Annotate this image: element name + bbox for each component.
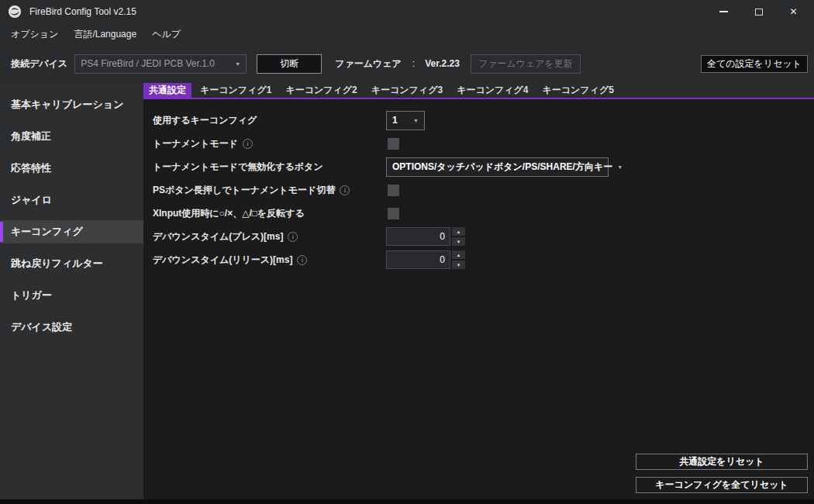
spinner-value[interactable]: 0: [386, 250, 450, 269]
spinner-down-button[interactable]: ▼: [452, 237, 465, 246]
tab-keyconfig-3[interactable]: キーコンフィグ3: [366, 83, 448, 98]
minimize-icon: [719, 11, 728, 12]
sidebar: 基本キャリブレーション 角度補正 応答特性 ジャイロ キーコンフィグ 跳ね戻りフ…: [0, 84, 143, 499]
field-label: トーナメントモード: [153, 137, 238, 150]
device-toolbar: 接続デバイス PS4 FireBird / JEDI PCB Ver.1.0 ▼…: [0, 45, 814, 82]
field-label: 使用するキーコンフィグ: [153, 114, 257, 127]
form-row-active-keyconfig: 使用するキーコンフィグ 1 ▼: [143, 109, 814, 132]
app-logo-icon: [8, 5, 22, 19]
form-row-xinput-swap: XInput使用時に○/×、△/□を反転する: [143, 202, 814, 225]
spinner-up-button[interactable]: ▲: [452, 227, 465, 236]
disconnect-button[interactable]: 切断: [257, 54, 322, 74]
field-label: トーナメントモードで無効化するボタン: [153, 161, 323, 174]
spinner-value[interactable]: 0: [386, 227, 450, 246]
maximize-icon: [755, 9, 763, 16]
minimize-button[interactable]: [706, 0, 741, 23]
form-row-disabled-buttons: トーナメントモードで無効化するボタン OPTIONS/タッチパッドボタン/PS/…: [143, 155, 814, 178]
firmware-version: Ver.2.23: [425, 58, 460, 69]
spinner-arrows: ▲ ▼: [452, 227, 465, 246]
window-bottom-edge: [0, 499, 814, 504]
selected-indicator: [0, 222, 3, 242]
close-icon: ✕: [789, 7, 797, 16]
reset-common-settings-button[interactable]: 共通設定をリセット: [636, 454, 808, 470]
sidebar-item-label: キーコンフィグ: [11, 226, 83, 237]
firmware-label: ファームウェア: [335, 57, 402, 71]
sidebar-item-angle-correction[interactable]: 角度補正: [0, 125, 143, 148]
spinner-up-button[interactable]: ▲: [452, 250, 465, 259]
device-label: 接続デバイス: [11, 57, 67, 71]
form-row-ps-longpress-toggle: PSボタン長押しでトーナメントモード切替 i: [143, 178, 814, 202]
chevron-down-icon: ▼: [617, 164, 623, 170]
tab-keyconfig-5[interactable]: キーコンフィグ5: [537, 83, 619, 98]
menu-options[interactable]: オプション: [11, 28, 58, 41]
firmware-colon: :: [412, 58, 415, 69]
active-keyconfig-select[interactable]: 1 ▼: [386, 111, 425, 130]
tab-strip: 共通設定 キーコンフィグ1 キーコンフィグ2 キーコンフィグ3 キーコンフィグ4…: [143, 83, 814, 98]
select-value: 1: [392, 115, 398, 126]
menu-help[interactable]: ヘルプ: [152, 28, 181, 41]
close-button[interactable]: ✕: [776, 0, 811, 23]
tournament-mode-checkbox[interactable]: [388, 138, 399, 150]
info-icon[interactable]: i: [288, 232, 298, 242]
tab-keyconfig-1[interactable]: キーコンフィグ1: [195, 83, 277, 98]
sidebar-item-device-settings[interactable]: デバイス設定: [0, 316, 143, 339]
sidebar-item-trigger[interactable]: トリガー: [0, 284, 143, 307]
tab-common-settings[interactable]: 共通設定: [143, 83, 191, 98]
settings-form: 使用するキーコンフィグ 1 ▼ トーナメントモード i トーナメントモードで無効…: [143, 109, 814, 271]
device-select-value: PS4 FireBird / JEDI PCB Ver.1.0: [81, 58, 215, 69]
sidebar-item-bounce-filter[interactable]: 跳ね戻りフィルター: [0, 252, 143, 275]
field-label: デバウンスタイム(プレス)[ms]: [153, 230, 283, 243]
field-label: PSボタン長押しでトーナメントモード切替: [153, 184, 335, 197]
title-bar: FireBird Config Tool v2.15 ✕: [0, 0, 814, 23]
debounce-press-spinner: 0 ▲ ▼: [386, 227, 465, 246]
tab-keyconfig-4[interactable]: キーコンフィグ4: [451, 83, 533, 98]
tab-keyconfig-2[interactable]: キーコンフィグ2: [280, 83, 362, 98]
window-title: FireBird Config Tool v2.15: [29, 6, 136, 17]
sidebar-item-basic-calibration[interactable]: 基本キャリブレーション: [0, 93, 143, 116]
debounce-release-spinner: 0 ▲ ▼: [386, 250, 465, 269]
info-icon[interactable]: i: [243, 139, 253, 149]
device-select[interactable]: PS4 FireBird / JEDI PCB Ver.1.0 ▼: [74, 54, 247, 74]
form-row-debounce-press: デバウンスタイム(プレス)[ms] i 0 ▲ ▼: [143, 225, 814, 248]
window-controls: ✕: [706, 0, 811, 23]
info-icon[interactable]: i: [297, 255, 307, 265]
update-firmware-button[interactable]: ファームウェアを更新: [471, 54, 581, 74]
select-value: OPTIONS/タッチパッドボタン/PS/SHARE/方向キー: [392, 161, 612, 174]
sidebar-item-response[interactable]: 応答特性: [0, 157, 143, 180]
info-icon[interactable]: i: [340, 185, 350, 195]
disabled-buttons-select[interactable]: OPTIONS/タッチパッドボタン/PS/SHARE/方向キー ▼: [386, 157, 609, 177]
spinner-down-button[interactable]: ▼: [452, 261, 465, 269]
main-panel: 共通設定 キーコンフィグ1 キーコンフィグ2 キーコンフィグ3 キーコンフィグ4…: [143, 84, 814, 499]
reset-all-keyconfig-button[interactable]: キーコンフィグを全てリセット: [636, 477, 808, 493]
field-label: XInput使用時に○/×、△/□を反転する: [153, 207, 305, 220]
sidebar-item-gyro[interactable]: ジャイロ: [0, 188, 143, 212]
app-window: FireBird Config Tool v2.15 ✕ オプション 言語/La…: [0, 0, 814, 504]
form-row-debounce-release: デバウンスタイム(リリース)[ms] i 0 ▲ ▼: [143, 248, 814, 271]
menu-bar: オプション 言語/Language ヘルプ: [0, 23, 814, 45]
sidebar-item-keyconfig[interactable]: キーコンフィグ: [0, 220, 143, 243]
xinput-swap-checkbox[interactable]: [388, 208, 399, 219]
chevron-down-icon: ▼: [235, 61, 240, 67]
form-row-tournament-mode: トーナメントモード i: [143, 132, 814, 155]
spinner-arrows: ▲ ▼: [452, 250, 465, 269]
chevron-down-icon: ▼: [413, 118, 419, 123]
tab-accent-underline: [143, 98, 814, 99]
field-label: デバウンスタイム(リリース)[ms]: [153, 254, 292, 267]
ps-longpress-toggle-checkbox[interactable]: [388, 185, 399, 196]
menu-language[interactable]: 言語/Language: [74, 28, 136, 41]
maximize-button[interactable]: [741, 0, 776, 23]
reset-all-settings-button[interactable]: 全ての設定をリセット: [701, 55, 808, 73]
